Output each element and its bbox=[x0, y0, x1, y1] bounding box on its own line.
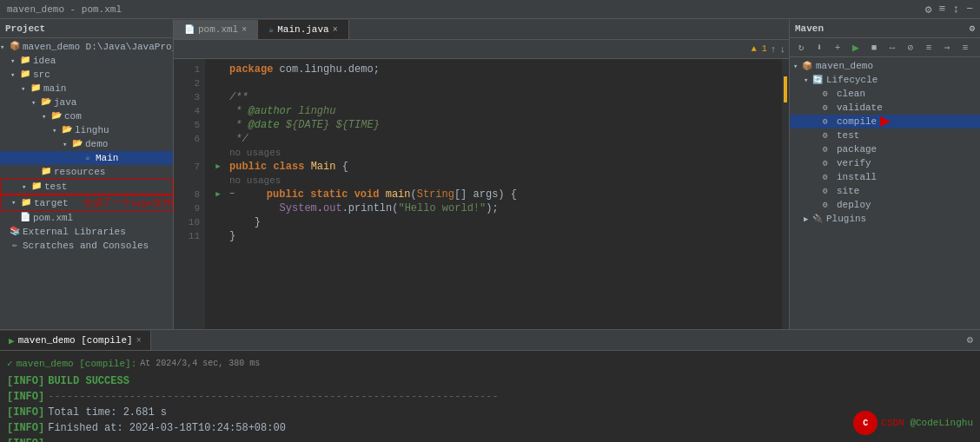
maven-item-clean[interactable]: ⚙clean bbox=[790, 87, 980, 101]
bottom-tabs: ▶maven_demo [compile]×⚙ bbox=[0, 330, 980, 351]
code-text: System.out.println("Hello world!"); bbox=[229, 201, 775, 215]
code-text: /** bbox=[229, 90, 775, 104]
bottom-settings-icon[interactable]: ⚙ bbox=[960, 333, 980, 346]
settings-icon[interactable]: ⚙ bbox=[925, 3, 932, 16]
run-status-label: maven_demo [compile]: bbox=[17, 356, 137, 372]
sidebar-item[interactable]: ▾📂demo bbox=[0, 137, 173, 151]
line-number: 5 bbox=[174, 118, 200, 132]
editor-body: 1234567891011 package com.linghu.demo; /… bbox=[174, 59, 789, 329]
code-text: public class Main { bbox=[229, 160, 775, 174]
sidebar-item[interactable]: ▾📦maven_demo D:\Java\JavaProjects\maven_… bbox=[0, 40, 173, 54]
maven-item-verify[interactable]: ⚙verify bbox=[790, 156, 980, 170]
maven-item-icon: ⚙ bbox=[823, 144, 835, 155]
sidebar-item[interactable]: ▾📁target生成了一个target文件 bbox=[0, 195, 173, 211]
run-indicator[interactable]: ▶ bbox=[212, 188, 224, 201]
sidebar-content[interactable]: ▾📦maven_demo D:\Java\JavaProjects\maven_… bbox=[0, 38, 173, 329]
sidebar-item[interactable]: ▾📁idea bbox=[0, 54, 173, 68]
maven-item-label: clean bbox=[837, 89, 865, 99]
maven-add-btn[interactable]: + bbox=[830, 40, 845, 56]
sidebar-item[interactable]: ▾📁test bbox=[0, 179, 173, 195]
bottom-panel: ▶maven_demo [compile]×⚙ ✓ maven_demo [co… bbox=[0, 329, 980, 442]
project-sidebar: Project ▾📦maven_demo D:\Java\JavaProject… bbox=[0, 19, 174, 329]
maven-item-deploy[interactable]: ⚙deploy bbox=[790, 198, 980, 212]
sidebar-item[interactable]: ✏Scratches and Consoles bbox=[0, 239, 173, 253]
maven-arrow-btn[interactable]: ⇒ bbox=[939, 40, 955, 56]
maven-refresh-btn[interactable]: ↻ bbox=[793, 40, 809, 56]
sidebar-item[interactable]: ▾📂com bbox=[0, 109, 173, 123]
run-indicator[interactable]: ▶ bbox=[212, 160, 224, 174]
editor-tabs: 📄 pom.xml ×☕ Main.java × bbox=[174, 19, 789, 40]
nav-down-icon[interactable]: ↓ bbox=[779, 44, 785, 55]
code-text: * @author linghu bbox=[229, 104, 775, 118]
code-line: /** bbox=[212, 90, 775, 104]
maven-header-icon[interactable]: ⚙ bbox=[969, 23, 975, 34]
maven-item-maven_demo[interactable]: ▾📦maven_demo bbox=[790, 59, 980, 73]
maven-item-site[interactable]: ⚙site bbox=[790, 184, 980, 198]
bottom-tab-run[interactable]: ▶maven_demo [compile]× bbox=[0, 331, 151, 350]
code-line bbox=[212, 76, 775, 90]
maven-item-icon: ⚙ bbox=[823, 89, 835, 99]
maven-item-validate[interactable]: ⚙validate bbox=[790, 101, 980, 115]
editor-tab-pom[interactable]: 📄 pom.xml × bbox=[174, 20, 258, 39]
split-icon[interactable]: ↕ bbox=[952, 3, 959, 16]
warning-badge[interactable]: ▲ 1 bbox=[752, 44, 767, 54]
maven-item-package[interactable]: ⚙package bbox=[790, 142, 980, 156]
maven-skip-btn[interactable]: ⊘ bbox=[903, 40, 918, 56]
line-number: 9 bbox=[174, 201, 200, 215]
maven-menu-btn[interactable]: ≡ bbox=[957, 40, 973, 56]
sidebar-item[interactable]: ▾📁src bbox=[0, 68, 173, 82]
logo-sub: @CodeLinghu bbox=[910, 418, 973, 428]
maven-item-install[interactable]: ⚙install bbox=[790, 170, 980, 184]
code-text: * @date ${DATE} ${TIME} bbox=[229, 118, 775, 132]
maven-list-btn[interactable]: ≡ bbox=[921, 40, 937, 56]
maven-item-lifecycle[interactable]: ▾🔄Lifecycle bbox=[790, 73, 980, 87]
output-text: Finished at: 2024-03-18T10:24:58+08:00 bbox=[48, 420, 286, 436]
maven-item-label: maven_demo bbox=[816, 61, 873, 71]
maven-item-compile[interactable]: ⚙compile bbox=[790, 115, 980, 129]
bottom-tab-close-btn[interactable]: × bbox=[136, 336, 142, 346]
sidebar-item[interactable]: 📄pom.xml bbox=[0, 211, 173, 225]
code-line: System.out.println("Hello world!"); bbox=[212, 201, 775, 215]
sidebar-item[interactable]: 📚External Libraries bbox=[0, 225, 173, 239]
maven-item-test[interactable]: ⚙test bbox=[790, 129, 980, 142]
maven-item-icon: 🔄 bbox=[812, 75, 824, 85]
code-text: } bbox=[229, 229, 775, 243]
maven-item-icon: 📦 bbox=[802, 61, 814, 71]
maven-stop-btn[interactable]: ■ bbox=[866, 40, 882, 56]
maven-link-btn[interactable]: ↔ bbox=[884, 40, 900, 56]
line-number: 2 bbox=[174, 76, 200, 90]
sidebar-item[interactable]: ▾📁main bbox=[0, 82, 173, 96]
tab-close-btn[interactable]: × bbox=[333, 25, 338, 35]
tab-close-btn[interactable]: × bbox=[242, 25, 247, 35]
maven-run-btn[interactable]: ▶ bbox=[848, 40, 864, 56]
maven-item-plugins[interactable]: ▶🔌Plugins bbox=[790, 212, 980, 226]
sidebar-item[interactable]: ☕Main bbox=[0, 151, 173, 165]
maven-item-label: verify bbox=[837, 158, 871, 168]
no-usages-text: no usages bbox=[229, 174, 281, 188]
output-text: BUILD SUCCESS bbox=[48, 373, 129, 389]
maven-download-btn[interactable]: ⬇ bbox=[811, 40, 827, 56]
check-icon: ✓ bbox=[7, 356, 13, 372]
nav-up-icon[interactable]: ↑ bbox=[771, 44, 777, 55]
editor-tab-main[interactable]: ☕ Main.java × bbox=[258, 20, 348, 39]
bottom-content[interactable]: ✓ maven_demo [compile]: At 2024/3,4 sec,… bbox=[0, 351, 980, 442]
line-number-extra bbox=[174, 174, 200, 188]
no-usages-text: no usages bbox=[229, 146, 281, 160]
line-number: 1 bbox=[174, 63, 200, 76]
collapse-btn[interactable]: − bbox=[229, 188, 235, 201]
maven-content[interactable]: ▾📦maven_demo▾🔄Lifecycle ⚙clean ⚙validate… bbox=[790, 57, 980, 329]
line-number-extra bbox=[174, 146, 200, 160]
minimize-icon[interactable]: − bbox=[966, 3, 973, 16]
output-line: [INFO] Total time: 2.681 s bbox=[7, 405, 973, 420]
bottom-right-logo: C CSDN @CodeLinghu bbox=[853, 411, 973, 435]
code-area[interactable]: package com.linghu.demo; /** * @author l… bbox=[205, 59, 782, 329]
sidebar-item[interactable]: ▾📂linghu bbox=[0, 123, 173, 137]
sidebar-item[interactable]: ▾📂java bbox=[0, 96, 173, 109]
maven-panel: Maven ⚙ ↻ ⬇ + ▶ ■ ↔ ⊘ ≡ ⇒ ≡ ▾📦maven_demo… bbox=[789, 19, 980, 329]
logo-circle: C bbox=[853, 411, 877, 435]
maven-item-icon: ⚙ bbox=[823, 200, 835, 210]
maven-item-label: Plugins bbox=[826, 214, 866, 224]
info-tag: [INFO] bbox=[7, 405, 44, 420]
menu-icon[interactable]: ≡ bbox=[939, 3, 946, 16]
sidebar-item[interactable]: 📁resources bbox=[0, 165, 173, 179]
